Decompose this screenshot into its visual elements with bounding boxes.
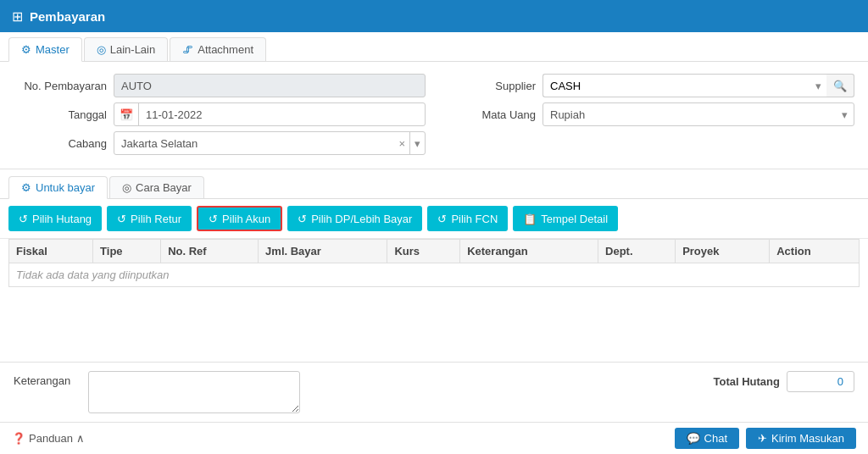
- table-row: Tidak ada data yang diinputkan: [9, 263, 860, 287]
- form-grid: No. Pembayaran Tanggal 📅 11-01-2022 Caba…: [14, 74, 854, 160]
- panduan-chevron-icon: ∧: [76, 432, 85, 445]
- kirim-icon: ✈: [758, 432, 767, 445]
- keterangan-textarea[interactable]: [88, 371, 300, 413]
- pilih-hutang-icon: ↺: [19, 213, 28, 225]
- mata-uang-label: Mata Uang: [442, 108, 536, 121]
- total-hutang-label: Total Hutang: [714, 375, 780, 388]
- tab-master-label: Master: [36, 43, 70, 56]
- pilih-fcn-icon: ↺: [437, 213, 447, 225]
- no-pembayaran-label: No. Pembayaran: [14, 80, 107, 92]
- calendar-icon: 📅: [114, 103, 139, 125]
- app-title: Pembayaran: [30, 9, 105, 24]
- panduan-button[interactable]: ❓ Panduan ∧: [12, 432, 85, 445]
- data-table-area: Fiskal Tipe No. Ref Jml. Bayar Kurs Kete…: [0, 239, 868, 362]
- data-table: Fiskal Tipe No. Ref Jml. Bayar Kurs Kete…: [8, 239, 860, 287]
- sub-tab-cara-bayar-icon: ◎: [122, 181, 131, 194]
- pilih-akun-label: Pilih Akun: [222, 213, 270, 225]
- supplier-dropdown-button[interactable]: ▾: [810, 74, 826, 97]
- cabang-clear-button[interactable]: ×: [394, 137, 409, 150]
- col-no-ref: No. Ref: [161, 240, 259, 263]
- footer: ❓ Panduan ∧ 💬 Chat ✈ Kirim Masukan: [0, 422, 868, 454]
- chat-button[interactable]: 💬 Chat: [675, 428, 739, 449]
- supplier-input-wrapper: ▾ 🔍: [542, 74, 854, 97]
- tab-lain-lain-icon: ◎: [97, 43, 106, 56]
- col-action: Action: [770, 240, 860, 263]
- tempel-detail-button[interactable]: 📋 Tempel Detail: [513, 206, 618, 231]
- tanggal-label: Tanggal: [14, 108, 107, 121]
- pilih-dp-button[interactable]: ↺ Pilih DP/Lebih Bayar: [287, 206, 422, 231]
- tempel-detail-label: Tempel Detail: [541, 213, 608, 225]
- pilih-hutang-label: Pilih Hutang: [32, 213, 92, 225]
- app-logo-icon: ⊞: [12, 8, 23, 25]
- pilih-akun-button[interactable]: ↺ Pilih Akun: [197, 206, 282, 231]
- supplier-input[interactable]: [542, 74, 810, 97]
- sub-tab-untuk-bayar-label: Untuk bayar: [36, 181, 95, 194]
- tab-attachment[interactable]: 🖇 Attachment: [170, 37, 266, 61]
- col-proyek: Proyek: [676, 240, 770, 263]
- form-right-col: Supplier ▾ 🔍 Mata Uang Rupiah: [442, 74, 854, 160]
- cabang-input-wrapper: Jakarta Selatan × ▾: [114, 131, 426, 155]
- footer-right: 💬 Chat ✈ Kirim Masukan: [675, 428, 856, 449]
- col-jml-bayar: Jml. Bayar: [259, 240, 387, 263]
- kirim-masukan-button[interactable]: ✈ Kirim Masukan: [746, 428, 856, 449]
- pilih-dp-label: Pilih DP/Lebih Bayar: [311, 213, 412, 225]
- tab-master-icon: ⚙: [21, 43, 31, 56]
- mata-uang-select[interactable]: Rupiah: [542, 102, 854, 126]
- col-kurs: Kurs: [387, 240, 460, 263]
- cabang-label: Cabang: [14, 137, 107, 150]
- panduan-label: Panduan: [29, 432, 73, 445]
- pilih-dp-icon: ↺: [298, 213, 307, 225]
- total-hutang-value: 0: [787, 371, 854, 392]
- sub-tab-untuk-bayar[interactable]: ⚙ Untuk bayar: [8, 176, 108, 199]
- pilih-retur-button[interactable]: ↺ Pilih Retur: [107, 206, 192, 231]
- sub-tab-cara-bayar-label: Cara Bayar: [136, 181, 192, 194]
- sub-tab-untuk-bayar-icon: ⚙: [21, 181, 31, 194]
- supplier-label: Supplier: [442, 80, 536, 92]
- keterangan-section: Keterangan: [14, 371, 300, 413]
- tab-lain-lain[interactable]: ◎ Lain-Lain: [84, 37, 169, 61]
- kirim-label: Kirim Masukan: [771, 432, 844, 445]
- tab-attachment-icon: 🖇: [182, 43, 193, 56]
- tanggal-input-wrapper[interactable]: 📅 11-01-2022: [114, 102, 426, 126]
- tab-attachment-label: Attachment: [198, 43, 253, 56]
- pilih-fcn-label: Pilih FCN: [451, 213, 498, 225]
- tanggal-row: Tanggal 📅 11-01-2022: [14, 102, 426, 126]
- cabang-row: Cabang Jakarta Selatan × ▾: [14, 131, 426, 155]
- tanggal-value: 11-01-2022: [139, 108, 209, 121]
- supplier-search-button[interactable]: 🔍: [826, 74, 854, 97]
- chat-icon: 💬: [687, 432, 700, 445]
- chat-label: Chat: [704, 432, 727, 445]
- table-header-row: Fiskal Tipe No. Ref Jml. Bayar Kurs Kete…: [9, 240, 860, 263]
- pilih-fcn-button[interactable]: ↺ Pilih FCN: [427, 206, 508, 231]
- action-buttons-row: ↺ Pilih Hutang ↺ Pilih Retur ↺ Pilih Aku…: [0, 199, 868, 239]
- cabang-dropdown-button[interactable]: ▾: [409, 132, 425, 154]
- col-keterangan: Keterangan: [460, 240, 598, 263]
- no-data-cell: Tidak ada data yang diinputkan: [9, 263, 860, 287]
- mata-uang-select-wrapper: Rupiah: [542, 102, 854, 126]
- app-header: ⊞ Pembayaran: [0, 0, 868, 32]
- pilih-retur-icon: ↺: [117, 213, 126, 225]
- keterangan-label: Keterangan: [14, 371, 81, 387]
- tempel-detail-icon: 📋: [523, 213, 537, 225]
- col-tipe: Tipe: [93, 240, 161, 263]
- main-tabs-row: ⚙ Master ◎ Lain-Lain 🖇 Attachment: [0, 32, 868, 62]
- col-dept: Dept.: [598, 240, 676, 263]
- pilih-akun-icon: ↺: [209, 213, 218, 225]
- form-left-col: No. Pembayaran Tanggal 📅 11-01-2022 Caba…: [14, 74, 426, 160]
- tab-lain-lain-label: Lain-Lain: [110, 43, 156, 56]
- question-icon: ❓: [12, 432, 25, 445]
- mata-uang-row: Mata Uang Rupiah: [442, 102, 854, 126]
- total-hutang-section: Total Hutang 0: [714, 371, 854, 392]
- pilih-hutang-button[interactable]: ↺ Pilih Hutang: [8, 206, 102, 231]
- cabang-value: Jakarta Selatan: [114, 137, 394, 150]
- bottom-area: Keterangan Total Hutang 0: [0, 362, 868, 422]
- form-area: No. Pembayaran Tanggal 📅 11-01-2022 Caba…: [0, 62, 868, 169]
- sub-tab-cara-bayar[interactable]: ◎ Cara Bayar: [109, 176, 204, 198]
- no-pembayaran-input[interactable]: [114, 74, 426, 97]
- tab-master[interactable]: ⚙ Master: [8, 37, 82, 62]
- pilih-retur-label: Pilih Retur: [131, 213, 181, 225]
- main-container: ⚙ Master ◎ Lain-Lain 🖇 Attachment No. Pe…: [0, 32, 868, 454]
- col-fiskal: Fiskal: [9, 240, 93, 263]
- sub-tabs-row: ⚙ Untuk bayar ◎ Cara Bayar: [0, 169, 868, 199]
- no-pembayaran-row: No. Pembayaran: [14, 74, 426, 97]
